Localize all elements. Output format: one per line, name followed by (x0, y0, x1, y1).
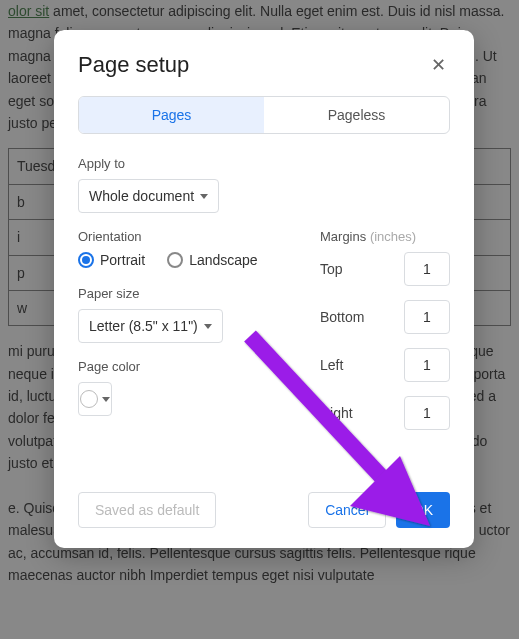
radio-portrait-label: Portrait (100, 252, 145, 268)
set-default-button[interactable]: Saved as default (78, 492, 216, 528)
radio-dot-icon (167, 252, 183, 268)
page-color-picker[interactable] (78, 382, 112, 416)
margin-bottom-label: Bottom (320, 309, 364, 325)
margin-top-label: Top (320, 261, 343, 277)
radio-portrait[interactable]: Portrait (78, 252, 145, 268)
paper-size-value: Letter (8.5" x 11") (89, 318, 198, 334)
tab-pageless[interactable]: Pageless (264, 97, 449, 133)
dialog-title: Page setup (78, 52, 189, 78)
radio-landscape-label: Landscape (189, 252, 258, 268)
page-setup-dialog: Page setup ✕ Pages Pageless Apply to Who… (54, 30, 474, 548)
apply-to-value: Whole document (89, 188, 194, 204)
paper-size-label: Paper size (78, 286, 280, 301)
radio-dot-icon (78, 252, 94, 268)
cancel-button[interactable]: Cancel (308, 492, 386, 528)
ok-button[interactable]: OK (396, 492, 450, 528)
margin-bottom-input[interactable] (404, 300, 450, 334)
margins-label: Margins (inches) (320, 229, 450, 244)
apply-to-label: Apply to (78, 156, 450, 171)
margin-right-input[interactable] (404, 396, 450, 430)
paper-size-dropdown[interactable]: Letter (8.5" x 11") (78, 309, 223, 343)
margin-right-label: Right (320, 405, 353, 421)
apply-to-dropdown[interactable]: Whole document (78, 179, 219, 213)
margin-left-label: Left (320, 357, 343, 373)
orientation-label: Orientation (78, 229, 280, 244)
page-color-label: Page color (78, 359, 280, 374)
caret-down-icon (204, 324, 212, 329)
margin-left-input[interactable] (404, 348, 450, 382)
tabs: Pages Pageless (78, 96, 450, 134)
color-swatch-icon (80, 390, 98, 408)
tab-pages[interactable]: Pages (79, 97, 264, 133)
close-icon[interactable]: ✕ (427, 52, 450, 78)
caret-down-icon (200, 194, 208, 199)
caret-down-icon (102, 397, 110, 402)
radio-landscape[interactable]: Landscape (167, 252, 258, 268)
margin-top-input[interactable] (404, 252, 450, 286)
